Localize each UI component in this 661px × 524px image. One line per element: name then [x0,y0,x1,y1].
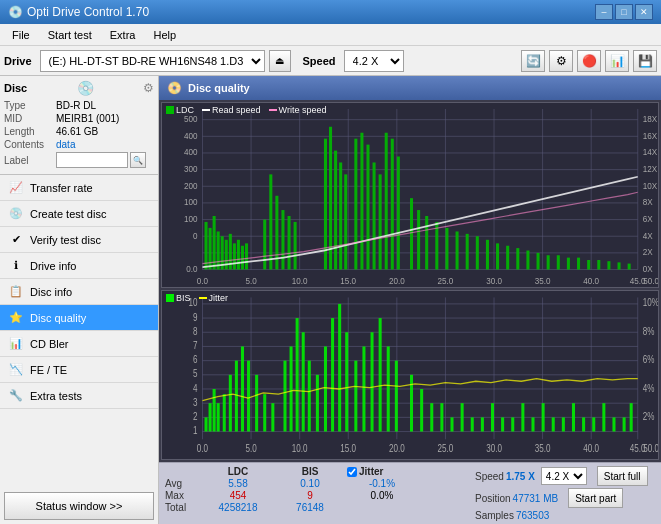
menu-help[interactable]: Help [145,27,184,43]
save-button[interactable]: 💾 [633,50,657,72]
sidebar: Disc 💿 ⚙ Type BD-R DL MID MEIRB1 (001) L… [0,76,159,524]
refresh-button[interactable]: 🔄 [521,50,545,72]
status-window-button[interactable]: Status window >> [4,492,154,520]
svg-rect-164 [290,347,293,432]
menu-file[interactable]: File [4,27,38,43]
chart-button[interactable]: 📊 [605,50,629,72]
transfer-rate-icon: 📈 [8,180,24,196]
close-button[interactable]: ✕ [635,4,653,20]
minimize-button[interactable]: – [595,4,613,20]
svg-rect-96 [557,255,560,269]
sidebar-item-disc-info[interactable]: 📋 Disc info [0,279,158,305]
disc-mid-row: MID MEIRB1 (001) [4,113,154,124]
quality-icon: 📀 [167,81,182,95]
position-label-stat: Position [475,493,511,504]
svg-text:40.0: 40.0 [583,275,599,286]
svg-rect-163 [283,361,286,432]
max-bis: 9 [275,490,345,501]
svg-rect-92 [516,248,519,269]
svg-rect-82 [417,210,420,269]
disc-label-button[interactable]: 🔍 [130,152,146,168]
svg-rect-78 [385,133,388,270]
svg-rect-83 [425,216,428,270]
svg-text:15.0: 15.0 [340,275,356,286]
svg-rect-182 [440,404,443,432]
menu-start-test[interactable]: Start test [40,27,100,43]
start-full-button[interactable]: Start full [597,466,648,486]
svg-rect-51 [205,222,208,270]
disc-mid-label: MID [4,113,56,124]
svg-rect-169 [324,347,327,432]
legend-read-speed-label: Read speed [212,105,261,115]
svg-rect-181 [430,404,433,432]
svg-rect-67 [294,222,297,270]
disc-header: Disc 💿 ⚙ [4,80,154,96]
drive-info-icon: ℹ [8,258,24,274]
svg-rect-81 [410,198,413,269]
svg-rect-151 [205,418,208,432]
svg-rect-187 [491,404,494,432]
sidebar-label-fe-te: FE / TE [30,364,67,376]
svg-rect-178 [395,361,398,432]
sidebar-item-transfer-rate[interactable]: 📈 Transfer rate [0,175,158,201]
sidebar-item-fe-te[interactable]: 📉 FE / TE [0,357,158,383]
upper-legend: LDC Read speed Write speed [166,105,326,115]
quality-header: 📀 Disc quality [159,76,661,100]
sidebar-item-extra-tests[interactable]: 🔧 Extra tests [0,383,158,409]
app-icon: 💿 [8,5,23,19]
svg-rect-93 [526,251,529,270]
svg-rect-87 [466,234,469,270]
svg-rect-102 [618,262,621,269]
disc-contents-value: data [56,139,154,150]
sidebar-item-cd-bler[interactable]: 📊 CD Bler [0,331,158,357]
drive-eject-button[interactable]: ⏏ [269,50,291,72]
disc-label-label: Label [4,155,56,166]
svg-rect-192 [542,404,545,432]
speed-unit-select[interactable]: 4.2 X [541,467,587,485]
svg-rect-190 [521,404,524,432]
speed-select[interactable]: 4.2 X 1.0 X 2.0 X 8.0 X [344,50,404,72]
svg-rect-103 [628,264,631,270]
disc-type-row: Type BD-R DL [4,100,154,111]
sidebar-item-verify-test-disc[interactable]: ✔ Verify test disc [0,227,158,253]
upper-chart-svg: 500 400 400 300 200 100 100 0 0.0 18X 16… [162,103,658,287]
svg-text:6X: 6X [643,213,653,224]
sidebar-item-create-test-disc[interactable]: 💿 Create test disc [0,201,158,227]
disc-info-icon: 📋 [8,284,24,300]
svg-rect-195 [572,404,575,432]
sidebar-item-drive-info[interactable]: ℹ Drive info [0,253,158,279]
drive-select[interactable]: (E:) HL-DT-ST BD-RE WH16NS48 1.D3 [40,50,265,72]
upper-chart: LDC Read speed Write speed [161,102,659,288]
disc-label-input[interactable] [56,152,128,168]
svg-text:4X: 4X [643,230,653,241]
svg-rect-65 [281,210,284,269]
svg-text:2%: 2% [643,411,655,422]
svg-text:12X: 12X [643,163,657,174]
svg-rect-156 [229,375,232,432]
max-label: Max [165,490,201,501]
disc-length-label: Length [4,126,56,137]
start-part-button[interactable]: Start part [568,488,623,508]
svg-rect-99 [587,260,590,270]
svg-rect-165 [296,318,299,431]
total-ldc: 4258218 [203,502,273,513]
settings-button[interactable]: ⚙ [549,50,573,72]
svg-rect-180 [420,389,423,432]
maximize-button[interactable]: □ [615,4,633,20]
svg-text:300: 300 [184,163,198,174]
svg-text:4: 4 [193,383,198,394]
compare-button[interactable]: 🔴 [577,50,601,72]
sidebar-item-disc-quality[interactable]: ⭐ Disc quality [0,305,158,331]
svg-text:400: 400 [184,147,198,158]
legend-ldc: LDC [166,105,194,115]
svg-rect-59 [237,240,240,270]
legend-jitter: Jitter [199,293,229,303]
jitter-checkbox[interactable] [347,467,357,477]
sidebar-label-disc-info: Disc info [30,286,72,298]
avg-ldc: 5.58 [203,478,273,489]
svg-rect-157 [235,361,238,432]
menu-extra[interactable]: Extra [102,27,144,43]
svg-rect-95 [547,255,550,269]
svg-text:4%: 4% [643,383,655,394]
lower-chart: BIS Jitter [161,290,659,460]
